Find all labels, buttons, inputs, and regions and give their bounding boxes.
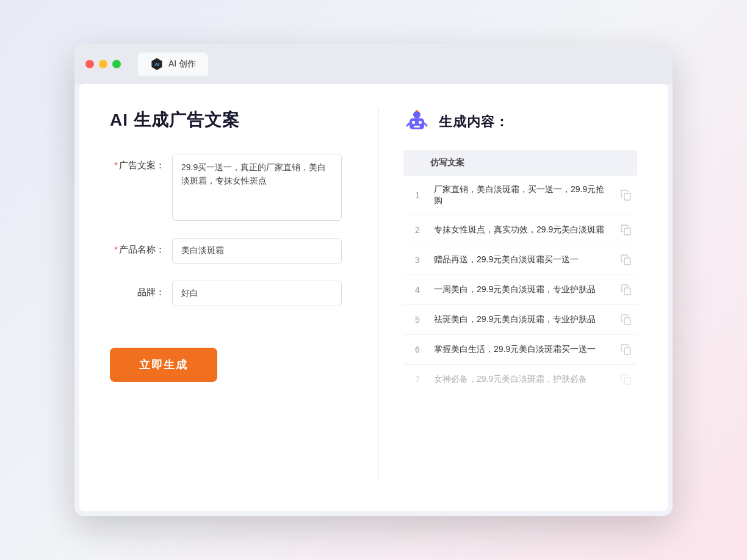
generate-button[interactable]: 立即生成 bbox=[110, 348, 217, 382]
required-star-1: * bbox=[114, 160, 118, 170]
svg-rect-15 bbox=[624, 318, 630, 325]
row-number: 6 bbox=[408, 345, 427, 354]
row-number: 3 bbox=[408, 255, 427, 265]
copy-icon[interactable] bbox=[620, 189, 632, 201]
ad-copy-input[interactable] bbox=[172, 154, 342, 221]
copy-icon[interactable] bbox=[620, 224, 632, 236]
svg-rect-17 bbox=[624, 378, 630, 384]
browser-tab[interactable]: AI AI 创作 bbox=[138, 52, 208, 76]
row-text: 祛斑美白，29.9元美白淡斑霜，专业护肤品 bbox=[427, 314, 620, 325]
svg-rect-13 bbox=[624, 258, 630, 265]
panel-divider bbox=[378, 109, 379, 481]
traffic-lights bbox=[85, 60, 121, 68]
results-container: 1 厂家直销，美白淡斑霜，买一送一，29.9元抢购 2 专抹女性斑点，真实功效，… bbox=[403, 176, 637, 394]
svg-point-8 bbox=[416, 110, 418, 112]
svg-rect-11 bbox=[624, 193, 630, 200]
result-row: 2 专抹女性斑点，真实功效，29.9元美白淡斑霜 bbox=[403, 215, 637, 245]
svg-rect-16 bbox=[624, 348, 630, 354]
browser-titlebar: AI AI 创作 bbox=[74, 44, 673, 84]
copy-icon[interactable] bbox=[620, 254, 632, 266]
svg-rect-4 bbox=[412, 121, 415, 124]
copy-icon[interactable] bbox=[620, 284, 632, 296]
browser-window: AI AI 创作 AI 生成广告文案 *广告文案： *产品名称： bbox=[74, 44, 673, 516]
ad-copy-row: *广告文案： bbox=[110, 154, 342, 221]
robot-icon bbox=[403, 109, 430, 135]
result-row: 6 掌握美白生活，29.9元美白淡斑霜买一送一 bbox=[403, 335, 637, 365]
row-number: 4 bbox=[408, 285, 427, 295]
result-row: 4 一周美白，29.9元美白淡斑霜，专业护肤品 bbox=[403, 275, 637, 305]
browser-content: AI 生成广告文案 *广告文案： *产品名称： 品牌： 立 bbox=[79, 84, 668, 511]
page-title: AI 生成广告文案 bbox=[110, 109, 342, 132]
row-text: 厂家直销，美白淡斑霜，买一送一，29.9元抢购 bbox=[427, 184, 620, 206]
result-row: 5 祛斑美白，29.9元美白淡斑霜，专业护肤品 bbox=[403, 305, 637, 335]
svg-line-10 bbox=[424, 123, 427, 126]
product-name-label: *产品名称： bbox=[110, 238, 165, 256]
minimize-button[interactable] bbox=[99, 60, 107, 68]
svg-rect-6 bbox=[414, 126, 420, 127]
row-number: 5 bbox=[408, 315, 427, 325]
brand-label: 品牌： bbox=[110, 281, 165, 298]
results-table: 仿写文案 1 厂家直销，美白淡斑霜，买一送一，29.9元抢购 2 专抹女性斑点，… bbox=[403, 150, 637, 394]
row-text: 一周美白，29.9元美白淡斑霜，专业护肤品 bbox=[427, 284, 620, 295]
copy-icon[interactable] bbox=[620, 314, 632, 326]
svg-rect-5 bbox=[419, 121, 422, 124]
row-number: 7 bbox=[408, 375, 427, 384]
row-number: 2 bbox=[408, 225, 427, 235]
result-row: 1 厂家直销，美白淡斑霜，买一送一，29.9元抢购 bbox=[403, 176, 637, 215]
required-star-2: * bbox=[114, 244, 118, 254]
row-text: 专抹女性斑点，真实功效，29.9元美白淡斑霜 bbox=[427, 224, 620, 235]
close-button[interactable] bbox=[85, 60, 94, 68]
row-text: 女神必备，29.9元美白淡斑霜，护肤必备 bbox=[427, 374, 620, 385]
row-text: 赠品再送，29.9元美白淡斑霜买一送一 bbox=[427, 254, 620, 265]
brand-input[interactable] bbox=[172, 281, 342, 306]
copy-icon[interactable] bbox=[620, 343, 632, 356]
svg-rect-12 bbox=[624, 228, 630, 235]
svg-line-9 bbox=[407, 123, 410, 126]
svg-text:AI: AI bbox=[154, 62, 159, 67]
svg-rect-14 bbox=[624, 288, 630, 295]
ad-copy-label: *广告文案： bbox=[110, 154, 165, 171]
product-name-input[interactable] bbox=[172, 238, 342, 264]
svg-rect-3 bbox=[410, 118, 424, 129]
maximize-button[interactable] bbox=[112, 60, 121, 68]
result-row: 7 女神必备，29.9元美白淡斑霜，护肤必备 bbox=[403, 365, 637, 394]
result-title: 生成内容： bbox=[439, 113, 509, 131]
right-panel: 生成内容： 仿写文案 1 厂家直销，美白淡斑霜，买一送一，29.9元抢购 2 专… bbox=[391, 109, 637, 481]
results-column-header: 仿写文案 bbox=[403, 150, 637, 176]
result-header: 生成内容： bbox=[403, 109, 637, 135]
row-text: 掌握美白生活，29.9元美白淡斑霜买一送一 bbox=[427, 344, 620, 355]
left-panel: AI 生成广告文案 *广告文案： *产品名称： 品牌： 立 bbox=[110, 109, 366, 481]
ai-icon: AI bbox=[150, 57, 164, 71]
copy-icon[interactable] bbox=[620, 373, 632, 386]
row-number: 1 bbox=[408, 190, 427, 200]
brand-row: 品牌： bbox=[110, 281, 342, 306]
tab-title-label: AI 创作 bbox=[168, 59, 196, 70]
result-row: 3 赠品再送，29.9元美白淡斑霜买一送一 bbox=[403, 245, 637, 275]
product-name-row: *产品名称： bbox=[110, 238, 342, 264]
